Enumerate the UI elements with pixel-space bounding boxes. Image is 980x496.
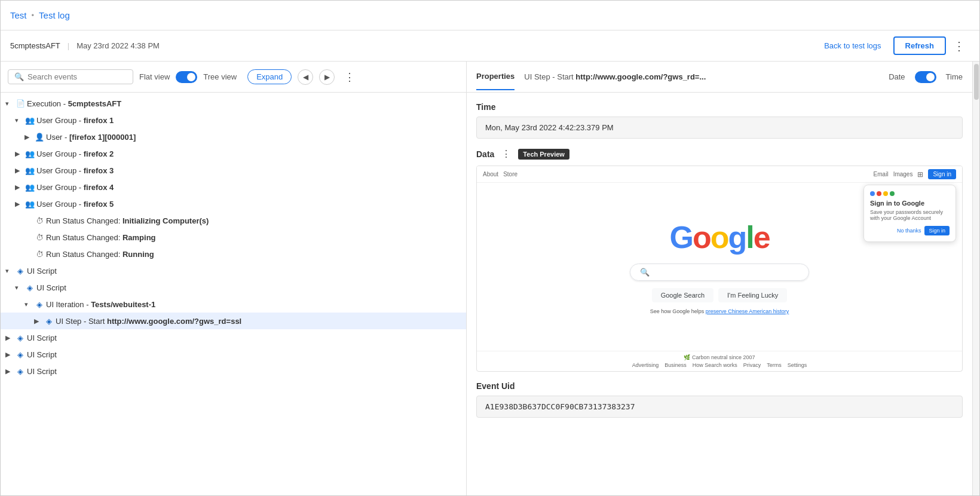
- test-breadcrumb[interactable]: Test: [10, 10, 27, 20]
- step-label: UI Step - Start http://www.google.com/?g…: [524, 72, 879, 81]
- google-top-bar: About Store Email Images ⊞ Sign in: [477, 166, 962, 183]
- google-feeling-lucky-button[interactable]: I'm Feeling Lucky: [718, 288, 787, 302]
- properties-content: Time Mon, May 23rd 2022 4:42:23.379 PM D…: [467, 93, 972, 496]
- time-label: Time: [946, 72, 963, 81]
- search-input[interactable]: [27, 72, 123, 81]
- user-group-icon: 👥: [24, 166, 35, 175]
- tree-row[interactable]: ⏱ Run Status Changed: Running: [1, 246, 466, 262]
- right-scrollbar[interactable]: [972, 62, 979, 496]
- user-group-icon: 👥: [24, 116, 35, 125]
- user-icon: 👤: [34, 133, 45, 142]
- tree-row[interactable]: ▾ ◈ UI Script: [1, 262, 466, 279]
- step-icon: ◈: [44, 317, 54, 326]
- script-icon: ◈: [24, 283, 35, 292]
- script-icon: ◈: [15, 333, 26, 342]
- popup-title: Sign in to Google: [870, 200, 950, 207]
- tree-row[interactable]: ⏱ Run Status Changed: Ramping: [1, 229, 466, 246]
- data-section: Data ⋮ Tech Preview About Store Email: [476, 148, 963, 372]
- google-business-link: Business: [664, 362, 687, 368]
- sub-header: 5cmptestsAFT | May 23rd 2022 4:38 PM Bac…: [1, 30, 979, 62]
- left-panel: 🔍 Flat view Tree view Expand ◀ ▶ ⋮ ▾ 📄: [1, 62, 467, 496]
- main-content: 🔍 Flat view Tree view Expand ◀ ▶ ⋮ ▾ 📄: [1, 62, 979, 496]
- search-icon: 🔍: [14, 72, 24, 81]
- tree-row-selected[interactable]: ▶ ◈ UI Step - Start http://www.google.co…: [1, 313, 466, 329]
- list-item: UI Script: [36, 283, 66, 292]
- time-section-title: Time: [476, 102, 963, 112]
- toolbar: 🔍 Flat view Tree view Expand ◀ ▶ ⋮: [1, 62, 466, 93]
- search-box[interactable]: 🔍: [8, 69, 133, 84]
- date-time-toggle[interactable]: [915, 71, 936, 83]
- scrollbar-thumb[interactable]: [974, 64, 979, 100]
- list-item: UI Script: [27, 367, 57, 376]
- refresh-button[interactable]: Refresh: [893, 36, 946, 55]
- chevron-icon: ▾: [15, 117, 24, 124]
- chevron-icon: ▶: [34, 317, 44, 325]
- status-icon: ⏱: [34, 233, 45, 242]
- chevron-icon: ▶: [15, 167, 24, 174]
- flat-view-label: Flat view: [139, 72, 170, 81]
- google-store-link: Store: [503, 171, 517, 177]
- user-group-icon: 👥: [24, 200, 35, 209]
- google-footer: 🌿 Carbon neutral since 2007 Advertising …: [477, 351, 962, 371]
- popup-no-thanks-button[interactable]: No thanks: [897, 228, 921, 234]
- google-signin-popup: Sign in to Google Save your passwords se…: [863, 185, 956, 242]
- run-separator: |: [68, 41, 69, 50]
- more-options-button[interactable]: ⋮: [948, 36, 970, 56]
- popup-dot-row: [870, 191, 950, 196]
- tree-row[interactable]: ▶ 👥 User Group - firefox 4: [1, 179, 466, 195]
- properties-tab[interactable]: Properties: [476, 63, 514, 90]
- google-about-link: About: [483, 171, 498, 177]
- tree-row[interactable]: ▾ 👥 User Group - firefox 1: [1, 112, 466, 128]
- time-value: Mon, May 23rd 2022 4:42:23.379 PM: [476, 117, 963, 139]
- chevron-icon: ▾: [5, 267, 15, 275]
- chevron-icon: ▶: [5, 334, 15, 342]
- popup-sign-in-button[interactable]: Sign in: [924, 226, 950, 235]
- google-privacy-link: Privacy: [743, 362, 761, 368]
- nav-next-button[interactable]: ▶: [319, 69, 335, 85]
- nav-prev-button[interactable]: ◀: [298, 69, 313, 85]
- google-sign-in-button[interactable]: Sign in: [928, 169, 956, 179]
- tree-row[interactable]: ▶ ◈ UI Script: [1, 329, 466, 346]
- tree-row[interactable]: ▾ ◈ UI Iteration - Tests/webuitest-1: [1, 296, 466, 313]
- time-section: Time Mon, May 23rd 2022 4:42:23.379 PM: [476, 102, 963, 139]
- tree-row[interactable]: ▶ 👥 User Group - firefox 5: [1, 195, 466, 212]
- list-item: User Group - firefox 2: [36, 149, 114, 158]
- top-bar: Test • Test log: [1, 1, 979, 30]
- popup-body: Save your passwords securely with your G…: [870, 209, 950, 221]
- tree-row[interactable]: ▶ ◈ UI Script: [1, 363, 466, 379]
- data-more-button[interactable]: ⋮: [499, 148, 513, 160]
- list-item: Run Status Changed: Running: [46, 250, 154, 259]
- google-search-icon: 🔍: [640, 268, 650, 277]
- data-section-title: Data: [476, 149, 494, 159]
- tree-row[interactable]: ▶ ◈ UI Script: [1, 346, 466, 363]
- list-item: User - [firefox 1][000001]: [46, 133, 136, 142]
- script-icon: ◈: [15, 350, 26, 359]
- toggle-slider: [176, 71, 197, 83]
- google-search-bar[interactable]: 🔍: [630, 264, 809, 281]
- file-icon: 📄: [15, 99, 26, 108]
- log-breadcrumb[interactable]: Test log: [39, 10, 70, 20]
- status-icon: ⏱: [34, 216, 45, 225]
- tree-row[interactable]: ⏱ Run Status Changed: Initializing Compu…: [1, 212, 466, 229]
- tree-container[interactable]: ▾ 📄 Execution - 5cmptestsAFT ▾ 👥 User Gr…: [1, 93, 466, 496]
- tree-row[interactable]: ▶ 👥 User Group - firefox 3: [1, 162, 466, 179]
- right-panel: Properties UI Step - Start http://www.go…: [467, 62, 972, 496]
- screenshot-container: About Store Email Images ⊞ Sign in: [476, 166, 963, 372]
- tree-row[interactable]: ▾ ◈ UI Script: [1, 279, 466, 296]
- view-toggle[interactable]: [176, 71, 197, 83]
- tree-row[interactable]: ▶ 👤 User - [firefox 1][000001]: [1, 128, 466, 145]
- chevron-icon: ▶: [5, 368, 15, 375]
- expand-button[interactable]: Expand: [247, 69, 292, 84]
- google-see-more: See how Google helps preserve Chinese Am…: [650, 308, 789, 314]
- back-to-logs-link[interactable]: Back to test logs: [817, 38, 888, 54]
- script-icon: ◈: [15, 267, 26, 275]
- google-settings-link: Settings: [788, 362, 807, 368]
- google-search-button[interactable]: Google Search: [652, 288, 713, 302]
- google-logo: Google: [669, 219, 769, 255]
- tree-row[interactable]: ▾ 📄 Execution - 5cmptestsAFT: [1, 95, 466, 112]
- list-item: User Group - firefox 3: [36, 166, 114, 175]
- toolbar-more-button[interactable]: ⋮: [341, 69, 359, 85]
- tree-row[interactable]: ▶ 👥 User Group - firefox 2: [1, 145, 466, 162]
- list-item: User Group - firefox 4: [36, 183, 114, 192]
- chevron-icon: ▾: [5, 100, 15, 108]
